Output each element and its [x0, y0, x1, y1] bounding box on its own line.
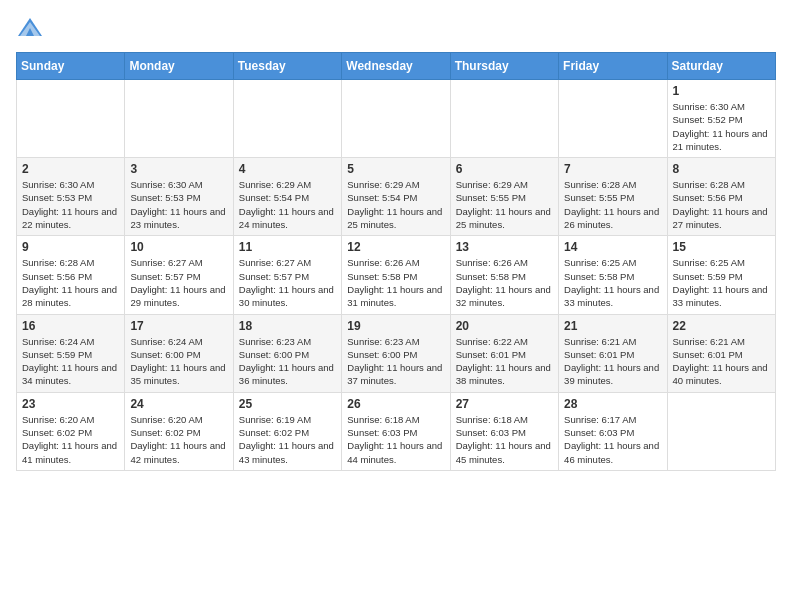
- day-info: Sunrise: 6:21 AM Sunset: 6:01 PM Dayligh…: [564, 335, 661, 388]
- calendar-cell: 15Sunrise: 6:25 AM Sunset: 5:59 PM Dayli…: [667, 236, 775, 314]
- weekday-header-sunday: Sunday: [17, 53, 125, 80]
- calendar-cell: 3Sunrise: 6:30 AM Sunset: 5:53 PM Daylig…: [125, 158, 233, 236]
- header: [16, 16, 776, 40]
- day-info: Sunrise: 6:17 AM Sunset: 6:03 PM Dayligh…: [564, 413, 661, 466]
- calendar-cell: 5Sunrise: 6:29 AM Sunset: 5:54 PM Daylig…: [342, 158, 450, 236]
- day-info: Sunrise: 6:30 AM Sunset: 5:52 PM Dayligh…: [673, 100, 770, 153]
- day-info: Sunrise: 6:26 AM Sunset: 5:58 PM Dayligh…: [347, 256, 444, 309]
- calendar-cell: [450, 80, 558, 158]
- calendar-cell: 12Sunrise: 6:26 AM Sunset: 5:58 PM Dayli…: [342, 236, 450, 314]
- calendar-cell: 7Sunrise: 6:28 AM Sunset: 5:55 PM Daylig…: [559, 158, 667, 236]
- generalblue-logo-icon: [16, 16, 44, 40]
- day-number: 14: [564, 240, 661, 254]
- day-info: Sunrise: 6:19 AM Sunset: 6:02 PM Dayligh…: [239, 413, 336, 466]
- calendar-cell: [667, 392, 775, 470]
- day-info: Sunrise: 6:30 AM Sunset: 5:53 PM Dayligh…: [22, 178, 119, 231]
- calendar-cell: 18Sunrise: 6:23 AM Sunset: 6:00 PM Dayli…: [233, 314, 341, 392]
- day-info: Sunrise: 6:25 AM Sunset: 5:58 PM Dayligh…: [564, 256, 661, 309]
- calendar-cell: 16Sunrise: 6:24 AM Sunset: 5:59 PM Dayli…: [17, 314, 125, 392]
- day-number: 15: [673, 240, 770, 254]
- calendar-cell: 8Sunrise: 6:28 AM Sunset: 5:56 PM Daylig…: [667, 158, 775, 236]
- weekday-header-monday: Monday: [125, 53, 233, 80]
- day-info: Sunrise: 6:23 AM Sunset: 6:00 PM Dayligh…: [347, 335, 444, 388]
- day-number: 3: [130, 162, 227, 176]
- calendar-cell: 6Sunrise: 6:29 AM Sunset: 5:55 PM Daylig…: [450, 158, 558, 236]
- day-info: Sunrise: 6:27 AM Sunset: 5:57 PM Dayligh…: [239, 256, 336, 309]
- weekday-header-thursday: Thursday: [450, 53, 558, 80]
- day-number: 24: [130, 397, 227, 411]
- calendar-cell: 24Sunrise: 6:20 AM Sunset: 6:02 PM Dayli…: [125, 392, 233, 470]
- calendar-cell: 19Sunrise: 6:23 AM Sunset: 6:00 PM Dayli…: [342, 314, 450, 392]
- calendar-cell: 11Sunrise: 6:27 AM Sunset: 5:57 PM Dayli…: [233, 236, 341, 314]
- calendar-cell: 2Sunrise: 6:30 AM Sunset: 5:53 PM Daylig…: [17, 158, 125, 236]
- calendar-cell: 1Sunrise: 6:30 AM Sunset: 5:52 PM Daylig…: [667, 80, 775, 158]
- calendar: SundayMondayTuesdayWednesdayThursdayFrid…: [16, 52, 776, 471]
- day-number: 16: [22, 319, 119, 333]
- calendar-cell: 26Sunrise: 6:18 AM Sunset: 6:03 PM Dayli…: [342, 392, 450, 470]
- calendar-cell: 9Sunrise: 6:28 AM Sunset: 5:56 PM Daylig…: [17, 236, 125, 314]
- day-info: Sunrise: 6:20 AM Sunset: 6:02 PM Dayligh…: [130, 413, 227, 466]
- calendar-cell: 21Sunrise: 6:21 AM Sunset: 6:01 PM Dayli…: [559, 314, 667, 392]
- calendar-cell: [342, 80, 450, 158]
- day-number: 28: [564, 397, 661, 411]
- day-info: Sunrise: 6:28 AM Sunset: 5:56 PM Dayligh…: [22, 256, 119, 309]
- calendar-cell: 17Sunrise: 6:24 AM Sunset: 6:00 PM Dayli…: [125, 314, 233, 392]
- calendar-cell: 13Sunrise: 6:26 AM Sunset: 5:58 PM Dayli…: [450, 236, 558, 314]
- day-number: 4: [239, 162, 336, 176]
- week-row-3: 16Sunrise: 6:24 AM Sunset: 5:59 PM Dayli…: [17, 314, 776, 392]
- weekday-header-wednesday: Wednesday: [342, 53, 450, 80]
- calendar-cell: 4Sunrise: 6:29 AM Sunset: 5:54 PM Daylig…: [233, 158, 341, 236]
- weekday-header-row: SundayMondayTuesdayWednesdayThursdayFrid…: [17, 53, 776, 80]
- day-number: 6: [456, 162, 553, 176]
- week-row-2: 9Sunrise: 6:28 AM Sunset: 5:56 PM Daylig…: [17, 236, 776, 314]
- day-info: Sunrise: 6:20 AM Sunset: 6:02 PM Dayligh…: [22, 413, 119, 466]
- calendar-cell: 28Sunrise: 6:17 AM Sunset: 6:03 PM Dayli…: [559, 392, 667, 470]
- calendar-cell: [125, 80, 233, 158]
- week-row-0: 1Sunrise: 6:30 AM Sunset: 5:52 PM Daylig…: [17, 80, 776, 158]
- day-info: Sunrise: 6:26 AM Sunset: 5:58 PM Dayligh…: [456, 256, 553, 309]
- day-number: 1: [673, 84, 770, 98]
- day-number: 13: [456, 240, 553, 254]
- day-number: 10: [130, 240, 227, 254]
- day-info: Sunrise: 6:18 AM Sunset: 6:03 PM Dayligh…: [347, 413, 444, 466]
- day-info: Sunrise: 6:21 AM Sunset: 6:01 PM Dayligh…: [673, 335, 770, 388]
- day-info: Sunrise: 6:28 AM Sunset: 5:55 PM Dayligh…: [564, 178, 661, 231]
- day-info: Sunrise: 6:30 AM Sunset: 5:53 PM Dayligh…: [130, 178, 227, 231]
- day-number: 12: [347, 240, 444, 254]
- day-number: 23: [22, 397, 119, 411]
- day-info: Sunrise: 6:29 AM Sunset: 5:55 PM Dayligh…: [456, 178, 553, 231]
- calendar-cell: [559, 80, 667, 158]
- calendar-cell: [233, 80, 341, 158]
- day-info: Sunrise: 6:25 AM Sunset: 5:59 PM Dayligh…: [673, 256, 770, 309]
- day-info: Sunrise: 6:24 AM Sunset: 6:00 PM Dayligh…: [130, 335, 227, 388]
- calendar-cell: 23Sunrise: 6:20 AM Sunset: 6:02 PM Dayli…: [17, 392, 125, 470]
- day-number: 20: [456, 319, 553, 333]
- day-number: 22: [673, 319, 770, 333]
- day-info: Sunrise: 6:22 AM Sunset: 6:01 PM Dayligh…: [456, 335, 553, 388]
- day-info: Sunrise: 6:27 AM Sunset: 5:57 PM Dayligh…: [130, 256, 227, 309]
- day-info: Sunrise: 6:29 AM Sunset: 5:54 PM Dayligh…: [347, 178, 444, 231]
- calendar-cell: 25Sunrise: 6:19 AM Sunset: 6:02 PM Dayli…: [233, 392, 341, 470]
- calendar-cell: 22Sunrise: 6:21 AM Sunset: 6:01 PM Dayli…: [667, 314, 775, 392]
- weekday-header-friday: Friday: [559, 53, 667, 80]
- day-number: 19: [347, 319, 444, 333]
- calendar-cell: 10Sunrise: 6:27 AM Sunset: 5:57 PM Dayli…: [125, 236, 233, 314]
- day-number: 26: [347, 397, 444, 411]
- day-number: 7: [564, 162, 661, 176]
- weekday-header-saturday: Saturday: [667, 53, 775, 80]
- logo: [16, 16, 48, 40]
- calendar-cell: 27Sunrise: 6:18 AM Sunset: 6:03 PM Dayli…: [450, 392, 558, 470]
- day-number: 8: [673, 162, 770, 176]
- day-info: Sunrise: 6:29 AM Sunset: 5:54 PM Dayligh…: [239, 178, 336, 231]
- day-info: Sunrise: 6:28 AM Sunset: 5:56 PM Dayligh…: [673, 178, 770, 231]
- day-number: 18: [239, 319, 336, 333]
- day-info: Sunrise: 6:24 AM Sunset: 5:59 PM Dayligh…: [22, 335, 119, 388]
- day-info: Sunrise: 6:18 AM Sunset: 6:03 PM Dayligh…: [456, 413, 553, 466]
- calendar-cell: 14Sunrise: 6:25 AM Sunset: 5:58 PM Dayli…: [559, 236, 667, 314]
- week-row-1: 2Sunrise: 6:30 AM Sunset: 5:53 PM Daylig…: [17, 158, 776, 236]
- day-number: 2: [22, 162, 119, 176]
- week-row-4: 23Sunrise: 6:20 AM Sunset: 6:02 PM Dayli…: [17, 392, 776, 470]
- day-number: 9: [22, 240, 119, 254]
- weekday-header-tuesday: Tuesday: [233, 53, 341, 80]
- day-number: 11: [239, 240, 336, 254]
